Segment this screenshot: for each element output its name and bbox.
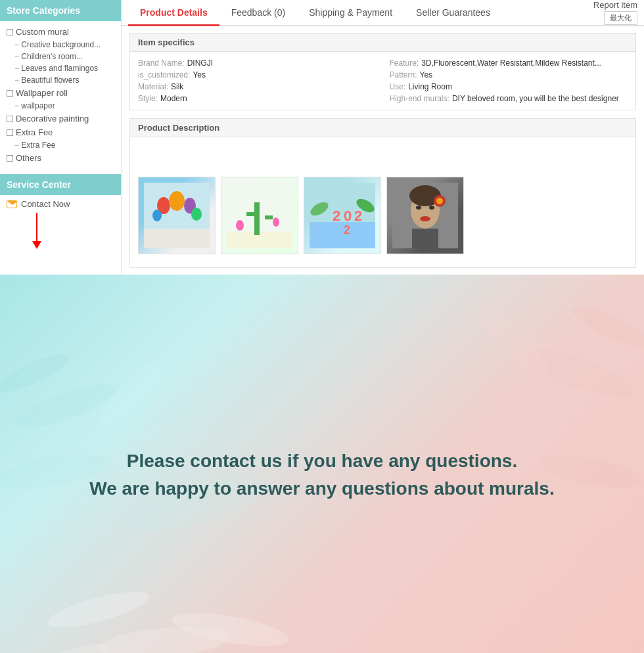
- spec-row-use: Use: Living Room: [390, 81, 628, 93]
- thumb-svg-3: 2 0 2 2: [310, 183, 375, 248]
- specifics-grid: Brand Name: DINGJI is_customized: Yes Ma…: [130, 52, 635, 110]
- svg-rect-30: [412, 229, 438, 248]
- tab-feedback[interactable]: Feedback (0): [219, 1, 297, 26]
- svg-rect-1: [144, 229, 210, 248]
- product-description-content: 2 0 2 2: [129, 137, 636, 268]
- spec-label-customized: is_customized:: [138, 70, 190, 79]
- sidebar-sub-flowers[interactable]: Beautiful flowers: [0, 74, 121, 86]
- spec-label-feature: Feature:: [390, 58, 419, 68]
- spec-label-material: Material:: [138, 82, 168, 91]
- svg-point-6: [191, 208, 202, 221]
- spec-row-brand: Brand Name: DINGJI: [138, 57, 377, 69]
- svg-point-12: [236, 220, 244, 231]
- sidebar-item-others[interactable]: Others: [0, 151, 121, 165]
- spec-label-pattern: Pattern:: [390, 70, 417, 79]
- svg-point-25: [416, 206, 421, 210]
- spec-label-brand: Brand Name:: [138, 58, 185, 68]
- spec-row-material: Material: Silk: [138, 81, 377, 93]
- tabs-bar: Product Details Feedback (0) Shipping & …: [122, 0, 644, 26]
- spec-label-style: Style:: [138, 94, 158, 103]
- sidebar-sub-creative[interactable]: Creative background...: [0, 39, 121, 51]
- report-item-button[interactable]: Report item: [593, 0, 637, 10]
- thumb-svg-1: [144, 183, 210, 248]
- bottom-banner: Please contact us if you have any questi…: [0, 275, 644, 653]
- sidebar-sub-wallpaper[interactable]: wallpaper: [0, 100, 121, 112]
- category-label: Custom mural: [16, 27, 69, 37]
- category-icon: [7, 116, 13, 122]
- spec-row-feature: Feature: 3D,Fluorescent,Water Resistant,…: [390, 57, 628, 69]
- category-label: Wallpaper roll: [16, 88, 68, 98]
- service-center-header: Service Center: [0, 174, 121, 195]
- svg-point-5: [152, 210, 162, 221]
- spec-row-high-end: High-end murals: DIY beloved room, you w…: [390, 93, 628, 104]
- spec-row-customized: is_customized: Yes: [138, 69, 377, 81]
- svg-point-3: [169, 191, 185, 211]
- svg-rect-15: [310, 222, 375, 248]
- spec-label-high-end: High-end murals:: [390, 94, 449, 103]
- maximize-button[interactable]: 最大化: [604, 11, 637, 25]
- product-image-1: [138, 177, 216, 254]
- svg-point-13: [273, 217, 279, 227]
- store-categories-header: Store Categories: [0, 0, 121, 21]
- category-nav: Custom mural Creative background... Chil…: [0, 21, 121, 169]
- tab-shipping-payment[interactable]: Shipping & Payment: [297, 1, 404, 26]
- spec-value-use: Living Room: [408, 82, 452, 91]
- thumb-svg-4: [392, 183, 458, 248]
- svg-rect-11: [265, 215, 273, 219]
- spec-row-style: Style: Modern: [138, 93, 377, 104]
- tab-product-details[interactable]: Product Details: [128, 1, 219, 26]
- tab-seller-guarantees[interactable]: Seller Guarantees: [404, 1, 502, 26]
- category-label: Decorative painting: [16, 114, 89, 124]
- svg-rect-9: [254, 202, 260, 235]
- sidebar-item-extra-fee[interactable]: Extra Fee: [0, 125, 121, 139]
- product-images: 2 0 2 2: [138, 177, 628, 254]
- svg-text:2: 2: [354, 208, 362, 224]
- email-icon: [7, 200, 17, 208]
- arrow-annotation: [0, 213, 122, 252]
- product-image-3: 2 0 2 2: [304, 177, 381, 254]
- tabs-right-actions: Report item 最大化: [593, 0, 637, 25]
- spec-value-high-end: DIY beloved room, you will be the best d…: [452, 94, 619, 103]
- sidebar-item-wallpaper-roll[interactable]: Wallpaper roll: [0, 86, 121, 100]
- item-specifics-box: Item specifics Brand Name: DINGJI is_cus…: [129, 33, 636, 110]
- item-specifics-header: Item specifics: [130, 34, 635, 52]
- thumb-svg-2: [227, 183, 292, 248]
- sidebar-item-custom-mural[interactable]: Custom mural: [0, 25, 121, 39]
- red-arrow-icon: [36, 213, 37, 242]
- svg-text:0: 0: [344, 208, 352, 224]
- svg-point-29: [436, 198, 443, 204]
- spec-label-use: Use:: [390, 82, 406, 91]
- main-content: Product Details Feedback (0) Shipping & …: [122, 0, 644, 275]
- product-description-header: Product Description: [129, 118, 636, 137]
- category-icon: [7, 29, 13, 35]
- sidebar-sub-childrens[interactable]: Children's room...: [0, 51, 121, 62]
- svg-point-40: [469, 297, 557, 384]
- spec-value-pattern: Yes: [420, 70, 433, 79]
- spec-value-style: Modern: [160, 94, 187, 103]
- contact-now-label: Contact Now: [21, 199, 70, 209]
- category-icon: [7, 129, 13, 136]
- product-details-content: Item specifics Brand Name: DINGJI is_cus…: [122, 26, 644, 275]
- category-label: Extra Fee: [16, 127, 53, 137]
- banner-text: Please contact us if you have any questi…: [89, 447, 554, 503]
- svg-point-35: [0, 348, 73, 399]
- spec-value-brand: DINGJI: [187, 58, 213, 68]
- product-image-2: [221, 177, 298, 254]
- svg-point-41: [568, 300, 644, 355]
- spec-value-material: Silk: [171, 82, 183, 91]
- category-label: Others: [16, 153, 41, 163]
- svg-point-45: [33, 637, 112, 653]
- svg-text:2: 2: [333, 208, 340, 224]
- specs-right-col: Feature: 3D,Fluorescent,Water Resistant,…: [390, 57, 628, 104]
- svg-point-42: [45, 585, 152, 635]
- sidebar-sub-extra-fee[interactable]: Extra Fee: [0, 139, 121, 151]
- svg-text:2: 2: [344, 223, 350, 236]
- product-image-4: [386, 177, 464, 254]
- sidebar-sub-leaves[interactable]: Leaves and flamingos: [0, 62, 121, 74]
- svg-rect-10: [246, 212, 254, 216]
- svg-point-27: [420, 216, 430, 221]
- banner-line-2: We are happy to answer any questions abo…: [89, 475, 554, 503]
- sidebar-item-decorative[interactable]: Decorative painting: [0, 112, 121, 125]
- desc-spacer: [138, 150, 628, 170]
- contact-now-item[interactable]: Contact Now: [0, 195, 121, 213]
